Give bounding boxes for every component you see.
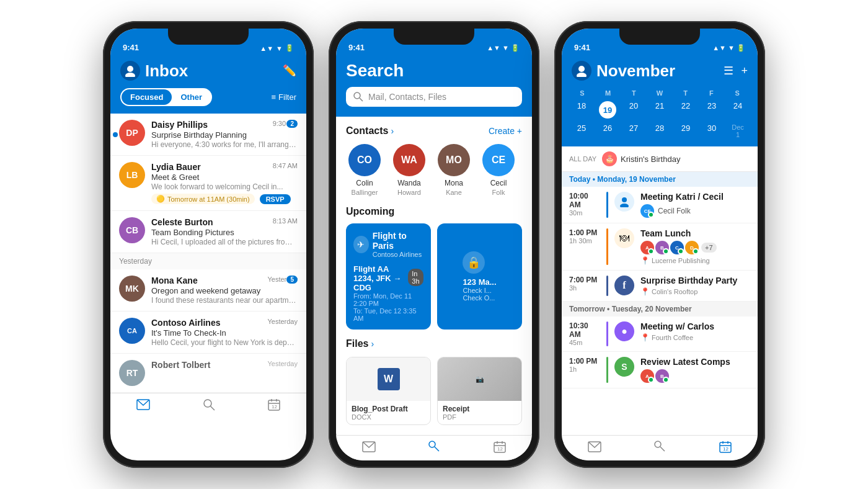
status-icons: ▲▼ ▼ 🔋 — [260, 44, 294, 52]
file-receipt[interactable]: 📷 Receipt PDF — [437, 357, 522, 425]
cal-date-18[interactable]: 18 — [569, 99, 594, 120]
nav-search[interactable] — [203, 398, 215, 411]
cal-date-23[interactable]: 23 — [699, 99, 724, 120]
contact-wanda[interactable]: WA Wanda Howard — [391, 144, 428, 196]
event-content: Review Latest Comps A B — [640, 357, 750, 383]
edit-icon[interactable]: ✏️ — [283, 64, 296, 78]
cal-event-team-lunch[interactable]: 1:00 PM 1h 30m 🍽 Team Lunch A — [562, 223, 758, 271]
flight-detail: Flight AA 1234, JFK → CDG — [353, 264, 408, 292]
cal-date-24[interactable]: 24 — [725, 99, 750, 120]
email-subject: Surprise Birthday Planning — [151, 130, 298, 140]
cal-event-meeting-katri[interactable]: 10:00 AM 30m Meeting Katri / Cecil CF — [562, 187, 758, 223]
rsvp-button[interactable]: RSVP — [260, 194, 291, 204]
email-header-row: Celeste Burton 8:13 AM — [151, 217, 298, 227]
flight-to: To: Tue, Dec 12 3:35 AM — [353, 307, 423, 322]
file-info: Blog_Post Draft DOCX — [347, 401, 430, 424]
file-type: DOCX — [352, 413, 425, 421]
cal-date-26[interactable]: 26 — [595, 122, 620, 140]
create-button[interactable]: Create + — [489, 126, 522, 136]
add-event-icon[interactable]: + — [741, 65, 748, 78]
files-title: Files — [346, 338, 368, 349]
event-title: Team Lunch — [640, 228, 750, 238]
nav-calendar[interactable]: 12 — [268, 398, 280, 411]
hotel-card[interactable]: 🔒 123 Ma... Check I... Check O... — [437, 223, 522, 330]
email-item-contoso[interactable]: CA Contoso Airlines Yesterday It's Time … — [110, 312, 306, 354]
svg-point-25 — [655, 441, 661, 447]
status-time: 9:41 — [574, 43, 590, 52]
cal-date-19[interactable]: 19 — [595, 99, 620, 120]
svg-point-13 — [429, 441, 435, 447]
cal-icons: ☰ + — [724, 64, 748, 78]
files-section-header: Files › — [346, 338, 522, 349]
cal-date-29[interactable]: 29 — [673, 122, 698, 140]
list-view-icon[interactable]: ☰ — [724, 64, 733, 78]
filter-button[interactable]: ≡ Filter — [272, 92, 296, 102]
event-avatars: A B C D — [640, 241, 750, 254]
search-header: Search Mail, Contacts, Files — [336, 56, 532, 117]
cal-event-carlos[interactable]: 10:30 AM 45m ● Meeting w/ Carlos 📍 Fourt… — [562, 316, 758, 352]
cal-days-header: S M T W T F S — [569, 89, 750, 97]
email-item-mona[interactable]: MK Mona Kane Yesterday Oregon and weeken… — [110, 269, 306, 312]
cal-title: November — [596, 61, 675, 81]
hotel-detail: 123 Ma... — [463, 277, 496, 287]
cal-date-22[interactable]: 22 — [673, 99, 698, 120]
email-item-robert[interactable]: RT Robert Tolbert Yesterday — [110, 354, 306, 393]
email-sender: Robert Tolbert — [151, 360, 210, 370]
nav-calendar[interactable]: 12 — [494, 441, 506, 453]
nav-search[interactable] — [654, 441, 666, 453]
contact-avatar: MO — [438, 144, 470, 176]
flight-card[interactable]: ✈ Flight to Paris Contoso Airlines Fligh… — [346, 223, 431, 330]
email-content: Mona Kane Yesterday Oregon and weekend g… — [151, 276, 298, 305]
email-avatar: RT — [119, 360, 145, 386]
cal-date-dec1[interactable]: Dec1 — [725, 122, 750, 140]
cal-date-21[interactable]: 21 — [647, 99, 672, 120]
rsvp-event: 🟡 Tomorrow at 11AM (30min) — [151, 194, 255, 204]
email-time: 8:47 AM — [273, 162, 298, 169]
event-content: Team Lunch A B C — [640, 228, 750, 265]
email-item-celeste[interactable]: CB Celeste Burton 8:13 AM Team Bonding P… — [110, 211, 306, 253]
check-badge — [648, 212, 654, 218]
cal-event-birthday-party[interactable]: 7:00 PM 3h f Surprise Birthday Party 📍 C… — [562, 271, 758, 302]
tab-other[interactable]: Other — [172, 89, 211, 105]
nav-search[interactable] — [428, 441, 441, 453]
contacts-section-header: Contacts › Create + — [346, 125, 522, 137]
search-bar[interactable]: Mail, Contacts, Files — [346, 87, 522, 107]
cal-date-28[interactable]: 28 — [647, 122, 672, 140]
event-time: 1:00 PM 1h — [569, 357, 600, 383]
file-preview: 📷 — [438, 357, 521, 401]
email-subject: Meet & Greet — [151, 173, 298, 182]
upcoming-cards: ✈ Flight to Paris Contoso Airlines Fligh… — [346, 223, 522, 330]
cal-date-30[interactable]: 30 — [699, 122, 724, 140]
file-blog[interactable]: W Blog_Post Draft DOCX — [346, 357, 431, 425]
nav-mail[interactable] — [136, 399, 150, 410]
email-time: Yesterday — [267, 318, 298, 325]
user-avatar-cal[interactable] — [572, 61, 591, 81]
event-icon-party: f — [614, 276, 634, 295]
cal-date-25[interactable]: 25 — [569, 122, 594, 140]
cal-date-27[interactable]: 27 — [621, 122, 646, 140]
contact-colin[interactable]: CO Colin Ballinger — [346, 144, 383, 196]
contact-company: Ballinger — [352, 189, 378, 196]
contact-name: Wanda — [397, 179, 421, 187]
email-subject: Team Bonding Pictures — [151, 228, 298, 237]
svg-point-23 — [620, 204, 629, 207]
email-sender: Celeste Burton — [151, 217, 213, 227]
cal-date-20[interactable]: 20 — [621, 99, 646, 120]
bottom-nav: 12 — [336, 435, 532, 460]
email-content: Celeste Burton 8:13 AM Team Bonding Pict… — [151, 217, 298, 246]
contact-mona[interactable]: MO Mona Kane — [435, 144, 472, 196]
nav-mail[interactable] — [362, 441, 376, 452]
cal-event-review-comps[interactable]: 1:00 PM 1h S Review Latest Comps A — [562, 352, 758, 388]
nav-mail[interactable] — [588, 441, 601, 452]
contact-cecil[interactable]: CE Cecil Folk — [480, 144, 517, 196]
email-item-daisy[interactable]: DP Daisy Phillips 9:30 AM Surprise Birth… — [110, 114, 306, 156]
email-list: DP Daisy Phillips 9:30 AM Surprise Birth… — [110, 114, 306, 393]
status-icons: ▲▼ ▼ 🔋 — [712, 44, 745, 52]
email-item-lydia[interactable]: LB Lydia Bauer 8:47 AM Meet & Greet We l… — [110, 156, 306, 211]
phone-inbox: 9:41 ▲▼ ▼ 🔋 Inbox ✏️ — [103, 21, 314, 468]
email-header-row: Daisy Phillips 9:30 AM — [151, 120, 298, 130]
user-avatar[interactable] — [120, 61, 140, 81]
phone-calendar: 9:41 ▲▼ ▼ 🔋 November ☰ + — [554, 21, 765, 468]
tab-focused[interactable]: Focused — [122, 89, 172, 105]
nav-calendar[interactable]: 12 — [719, 441, 732, 453]
